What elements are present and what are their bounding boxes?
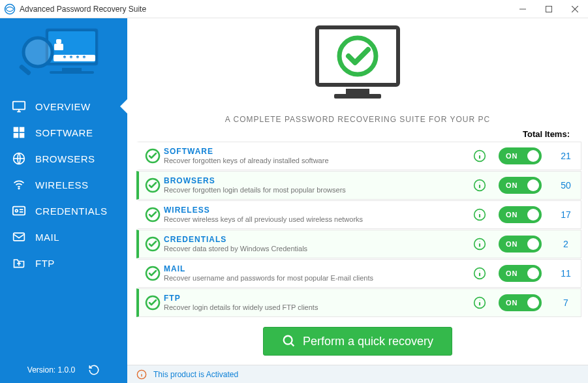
category-title: MAIL	[164, 264, 465, 274]
nav-item-ftp[interactable]: FTP	[0, 250, 127, 276]
check-icon	[142, 177, 164, 193]
category-title: WIRELESS	[164, 206, 465, 215]
info-button[interactable]	[470, 296, 489, 309]
svg-point-0	[5, 4, 15, 14]
svg-point-13	[23, 38, 52, 67]
hero-area: A COMPLETE PASSWORD RECOVERING SUITE FOR…	[127, 18, 588, 129]
refresh-button[interactable]	[88, 364, 100, 376]
globe-icon	[12, 151, 26, 166]
nav-item-wireless[interactable]: WIRELESS	[0, 172, 127, 198]
category-desc: Recover username and passwords for most …	[164, 274, 465, 283]
mail-icon	[12, 230, 26, 244]
sidebar-footer: Version: 1.0.0	[0, 357, 127, 383]
svg-point-59	[284, 336, 292, 345]
category-row-wireless: WIRELESS Recover wireless keys of all pr…	[136, 200, 581, 229]
item-count: 2	[551, 239, 581, 249]
toggle-switch[interactable]: ON	[499, 177, 542, 194]
sidebar-hero-image: ＊＊＊＊	[0, 18, 127, 93]
category-desc: Recover forgotten login details for most…	[164, 186, 465, 195]
toggle-switch[interactable]: ON	[499, 265, 542, 282]
svg-rect-8	[50, 71, 94, 74]
nav-item-mail[interactable]: MAIL	[0, 224, 127, 250]
item-count: 21	[551, 151, 581, 161]
main-panel: A COMPLETE PASSWORD RECOVERING SUITE FOR…	[127, 18, 588, 383]
action-label: Perform a quick recovery	[303, 335, 433, 348]
category-row-browsers: BROWSERS Recover forgotten login details…	[136, 171, 581, 200]
check-icon	[142, 207, 164, 222]
svg-rect-33	[334, 94, 381, 99]
toggle-knob	[527, 238, 539, 250]
nav-item-overview[interactable]: OVERVIEW	[0, 93, 127, 119]
category-desc: Recover data stored by Windows Credentia…	[164, 245, 465, 254]
total-items-header: Total Items:	[127, 129, 588, 142]
statusbar: This product is Activated	[127, 365, 588, 383]
category-list: SOFTWARE Recover forgotten keys of alrea…	[127, 142, 588, 318]
toggle-switch[interactable]: ON	[499, 236, 542, 253]
wifi-icon	[12, 177, 26, 192]
toggle-switch[interactable]: ON	[499, 206, 542, 223]
toggle-label: ON	[506, 299, 518, 307]
titlebar: Advanced Password Recovery Suite	[0, 0, 588, 18]
svg-rect-20	[14, 133, 19, 138]
toggle-label: ON	[506, 152, 518, 160]
app-icon	[4, 3, 16, 15]
category-desc: Recover wireless keys of all previously …	[164, 215, 465, 224]
toggle-switch[interactable]: ON	[499, 147, 542, 164]
maximize-button[interactable]	[536, 0, 562, 18]
category-row-mail: MAIL Recover username and passwords for …	[136, 259, 581, 288]
nav-item-browsers[interactable]: BROWSERS	[0, 146, 127, 172]
check-icon	[142, 236, 164, 252]
category-title: FTP	[164, 294, 465, 303]
perform-recovery-button[interactable]: Perform a quick recovery	[263, 327, 452, 356]
svg-point-26	[16, 209, 18, 212]
nav-label: SOFTWARE	[35, 127, 93, 138]
svg-text:＊＊＊＊: ＊＊＊＊	[61, 54, 87, 61]
nav-item-credentials[interactable]: CREDENTIALS	[0, 198, 127, 224]
nav-label: CREDENTIALS	[35, 206, 108, 217]
info-button[interactable]	[470, 267, 489, 280]
info-button[interactable]	[470, 179, 489, 192]
check-icon	[142, 295, 164, 311]
grid-icon	[12, 125, 26, 140]
nav-list: OVERVIEW SOFTWARE BROWSERS WIRELESS CRED…	[0, 93, 127, 276]
svg-point-24	[18, 188, 20, 189]
close-button[interactable]	[562, 0, 588, 18]
info-button[interactable]	[470, 149, 489, 162]
category-row-software: SOFTWARE Recover forgotten keys of alrea…	[136, 142, 581, 170]
category-desc: Recover forgotten keys of already instal…	[164, 157, 465, 166]
sidebar: ＊＊＊＊ OVERVIEW SOFTWARE BROWSERS WIRELESS	[0, 18, 127, 383]
toggle-label: ON	[506, 269, 518, 277]
nav-item-software[interactable]: SOFTWARE	[0, 119, 127, 146]
svg-rect-10	[54, 44, 63, 50]
item-count: 11	[551, 268, 581, 279]
info-button[interactable]	[470, 208, 489, 221]
svg-rect-7	[62, 68, 82, 71]
svg-rect-21	[20, 133, 25, 138]
svg-rect-18	[14, 127, 19, 132]
total-items-label: Total Items:	[523, 129, 570, 139]
svg-rect-32	[346, 89, 369, 94]
window-title: Advanced Password Recovery Suite	[20, 5, 510, 14]
nav-label: OVERVIEW	[35, 101, 91, 112]
category-row-ftp: FTP Recover login details for widely use…	[136, 288, 581, 317]
check-icon	[142, 266, 164, 281]
version-label: Version: 1.0.0	[27, 365, 75, 375]
folder-icon	[12, 256, 26, 270]
svg-rect-29	[14, 233, 25, 241]
toggle-label: ON	[506, 240, 518, 248]
item-count: 7	[551, 298, 581, 308]
toggle-knob	[527, 179, 539, 191]
category-desc: Recover login details for widely used FT…	[164, 303, 465, 313]
svg-rect-15	[13, 102, 25, 110]
minimize-button[interactable]	[510, 0, 536, 18]
nav-label: MAIL	[35, 232, 59, 243]
nav-label: BROWSERS	[35, 153, 95, 164]
item-count: 17	[551, 209, 581, 220]
category-title: SOFTWARE	[164, 147, 465, 157]
svg-rect-2	[546, 6, 552, 12]
info-button[interactable]	[470, 237, 489, 251]
monitor-icon	[12, 99, 26, 114]
toggle-knob	[527, 268, 539, 279]
category-title: CREDENTIALS	[164, 235, 465, 245]
toggle-switch[interactable]: ON	[499, 294, 542, 311]
